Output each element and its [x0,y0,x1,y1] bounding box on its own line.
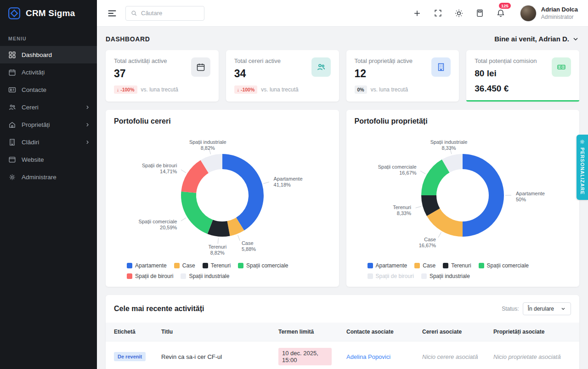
donut-label: Spații industriale8,33% [430,139,468,151]
stat-title: Total cereri active [234,57,299,64]
sidebar-item-activities[interactable]: Activități [0,63,97,81]
legend-swatch [181,273,186,279]
sidebar-toggle-button[interactable] [107,8,117,18]
sidebar-item-label: Website [22,156,90,163]
label-leader-line [263,182,269,184]
stat-value-lei: 80 lei [475,68,537,79]
sidebar-item-administration[interactable]: Administrare [0,168,97,186]
personalize-tab[interactable]: PERSONALIZARE [577,135,588,200]
legend-item[interactable]: Spații industriale [421,273,470,279]
logo-icon [7,6,21,20]
legend-label: Spații de birouri [135,273,173,279]
chart-legend: ApartamenteCaseTerenuriSpații comerciale… [114,260,331,280]
legend-item[interactable]: Spații industriale [181,273,229,279]
status-select[interactable]: În derulare [523,302,571,315]
contact-link[interactable]: Adelina Popovici [346,353,390,360]
label-leader-line [181,218,186,221]
label-leader-line [181,170,186,173]
donut-label: Apartamente50% [516,191,545,202]
sidebar-item-buildings[interactable]: Clădiri [0,133,97,151]
legend-item[interactable]: Terenuri [443,262,471,269]
welcome-text: Bine ai venit, Adrian D. [494,35,569,43]
calculator-button[interactable] [475,9,484,17]
legend-item[interactable]: Case [174,262,195,269]
donut-label: Terenuri8,33% [393,204,411,216]
calculator-icon [475,9,484,17]
legend-swatch [421,273,427,279]
sidebar-menu: Dashboard Activități Contacte Cereri Pro… [0,46,97,186]
app-logo[interactable]: CRM Sigma [0,0,97,27]
donut-label: Spații industriale8,82% [189,140,226,151]
notification-count-badge: 125 [499,3,511,9]
sidebar-item-label: Contacte [22,86,90,93]
theme-toggle-button[interactable] [454,9,464,18]
column-header: Titlu [154,323,271,341]
chevron-right-icon [85,139,90,145]
activity-title: Revin ca sa-i cer CF-ul [154,341,271,369]
donut-slice[interactable] [463,154,504,237]
sidebar-item-dashboard[interactable]: Dashboard [0,46,97,63]
dashboard-icon [8,51,16,59]
search-box[interactable] [125,6,204,21]
column-header: Proprietăți asociate [486,323,579,341]
gear-icon [8,173,16,181]
trend-badge: 0% [355,85,367,94]
building-icon [431,57,451,77]
legend-swatch [479,263,484,268]
legend-item[interactable]: Apartamente [127,262,167,269]
trend-badge: ↓ -100% [234,85,258,94]
user-menu[interactable]: Adrian Dolca Administrator [520,5,578,22]
legend-item[interactable]: Spații de birouri [127,273,173,279]
column-header: Termen limită [271,323,339,341]
plus-icon [413,9,422,18]
calendar-icon [8,68,16,76]
label-leader-line [218,238,218,244]
sidebar-item-label: Dashboard [22,51,90,58]
legend-label: Case [182,262,195,269]
sidebar-item-label: Cereri [22,104,79,111]
money-icon [552,57,571,77]
legend-swatch [203,263,208,268]
notifications-button[interactable]: 125 [496,9,505,18]
legend-item[interactable]: Spații comerciale [479,262,529,269]
portfolio-charts: Portofoliu cereri Apartamente41,18%Case5… [106,110,579,287]
donut-slice[interactable] [222,154,264,231]
brand-name: CRM Sigma [26,8,75,18]
people-icon [8,103,16,111]
donut-label: Spații comerciale20,59% [138,219,177,230]
fullscreen-button[interactable] [434,9,442,17]
column-header: Cereri asociate [415,323,486,341]
legend-swatch [174,263,180,268]
property-cell: Nicio proprietate asociată [493,353,561,360]
sidebar-item-properties[interactable]: Proprietăți [0,116,97,133]
search-input[interactable] [141,10,195,17]
chart-card-requests-portfolio: Portofoliu cereri Apartamente41,18%Case5… [106,110,339,287]
legend-swatch [414,263,420,268]
sidebar-item-website[interactable]: Website [0,151,97,168]
sidebar-item-requests[interactable]: Cereri [0,98,97,116]
legend-item[interactable]: Apartamente [368,262,407,269]
personalize-label: PERSONALIZARE [580,148,585,195]
legend-item[interactable]: Spații comerciale [238,262,288,269]
legend-item[interactable]: Case [414,262,435,269]
stat-title: Total potențial comision [475,57,537,64]
building-icon [8,138,16,146]
legend-item[interactable]: Terenuri [203,262,231,269]
chart-card-properties-portfolio: Portofoliu proprietăți Apartamente50%Cas… [346,110,580,287]
stat-value: 37 [114,68,178,80]
legend-swatch [368,273,373,279]
chart-title: Portofoliu cereri [114,117,331,125]
donut-slice[interactable] [181,192,213,234]
user-name: Adrian Dolca [541,6,578,13]
stat-note: vs. luna trecută [371,86,408,93]
legend-swatch [238,263,243,268]
donut-label: Spații comerciale16,67% [378,164,417,176]
add-button[interactable] [413,9,422,18]
stat-note: vs. luna trecută [261,86,298,93]
calendar-icon [191,57,210,77]
welcome-dropdown[interactable]: Bine ai venit, Adrian D. [494,35,579,43]
menu-section-label: MENIU [0,27,97,46]
legend-item[interactable]: Spații de birouri [368,273,414,279]
sidebar-item-contacts[interactable]: Contacte [0,81,97,98]
main-content: DASHBOARD Bine ai venit, Adrian D. Total… [97,27,588,369]
